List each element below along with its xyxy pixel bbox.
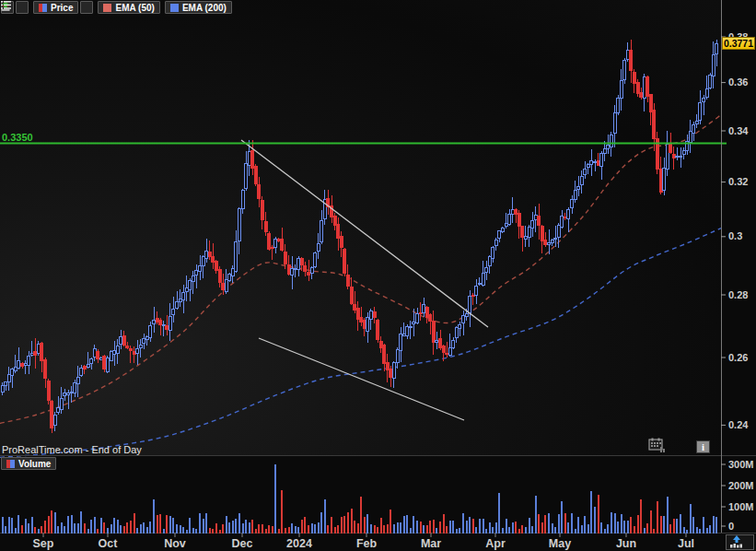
price-legend-label: Price xyxy=(51,3,73,13)
info-button[interactable]: i xyxy=(696,440,710,453)
chart-toolbar: Price EMA (50) EMA (200) xyxy=(1,1,232,14)
ema50-swatch xyxy=(103,4,111,12)
time-axis[interactable] xyxy=(0,533,721,551)
volume-series-swatch xyxy=(6,460,15,468)
price-series-swatch xyxy=(39,4,47,12)
ema200-swatch xyxy=(170,4,179,12)
indicator-list-button[interactable] xyxy=(80,1,93,14)
horizontal-level-label: 0.3350 xyxy=(2,132,33,143)
ema50-legend-label: EMA (50) xyxy=(115,3,154,13)
last-price-badge: 0.3771 xyxy=(722,37,755,50)
ema50-legend-chip[interactable]: EMA (50) xyxy=(98,1,159,14)
price-axis[interactable] xyxy=(722,0,756,533)
info-icon: i xyxy=(702,441,704,452)
expand-panel-icon xyxy=(727,535,747,548)
calendar-icon xyxy=(648,438,667,453)
volume-legend-chip[interactable]: Volume xyxy=(1,457,56,470)
calendar-button[interactable] xyxy=(648,438,669,454)
expand-panel-button[interactable] xyxy=(726,534,754,550)
list-icon xyxy=(1,1,11,9)
export-button[interactable] xyxy=(16,1,29,14)
ema200-legend-chip[interactable]: EMA (200) xyxy=(165,1,232,14)
chart-window: 0.380.360.340.320.30.280.260.24300M200M1… xyxy=(0,0,756,551)
volume-legend-label: Volume xyxy=(18,459,51,469)
watermark: ProRealTime.com - End of Day xyxy=(2,444,142,455)
price-legend-chip[interactable]: Price xyxy=(33,1,78,14)
ema200-legend-label: EMA (200) xyxy=(182,3,227,13)
